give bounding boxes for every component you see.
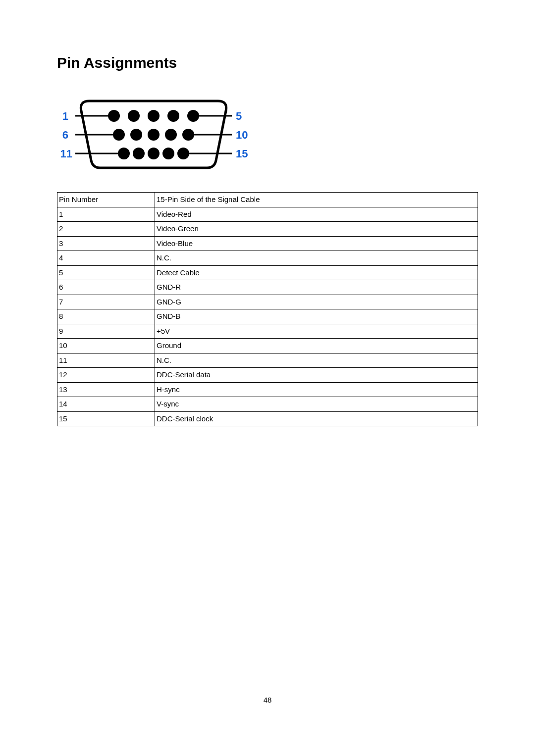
table-row: 6GND-R bbox=[57, 280, 478, 295]
svg-point-14 bbox=[177, 148, 189, 159]
cell-pin-num: 7 bbox=[57, 295, 155, 309]
svg-point-5 bbox=[113, 129, 125, 141]
cell-pin-desc: GND-B bbox=[155, 309, 478, 324]
table-row: 5Detect Cable bbox=[57, 265, 478, 280]
cell-pin-desc: GND-G bbox=[155, 295, 478, 309]
table-row: 7GND-G bbox=[57, 295, 478, 309]
cell-pin-desc: N.C. bbox=[155, 251, 478, 266]
cell-pin-desc: +5V bbox=[155, 324, 478, 339]
pin-label-10: 10 bbox=[236, 129, 248, 141]
pin-label-1: 1 bbox=[62, 110, 68, 122]
svg-point-7 bbox=[148, 129, 160, 141]
cell-pin-desc: GND-R bbox=[155, 280, 478, 295]
cell-pin-desc: Detect Cable bbox=[155, 265, 478, 280]
pin-assignment-table: Pin Number 15-Pin Side of the Signal Cab… bbox=[57, 192, 478, 426]
svg-point-0 bbox=[108, 110, 120, 122]
table-row: 14V-sync bbox=[57, 397, 478, 412]
svg-point-10 bbox=[118, 148, 130, 159]
pin-label-15: 15 bbox=[236, 148, 248, 160]
svg-point-13 bbox=[162, 148, 174, 159]
pin-label-5: 5 bbox=[236, 110, 242, 122]
cell-pin-num: 6 bbox=[57, 280, 155, 295]
table-row: 12DDC-Serial data bbox=[57, 368, 478, 383]
cell-pin-num: 12 bbox=[57, 368, 155, 383]
cell-pin-num: 5 bbox=[57, 265, 155, 280]
cell-pin-desc: Video-Blue bbox=[155, 236, 478, 251]
svg-point-8 bbox=[165, 129, 177, 141]
cell-pin-num: 15 bbox=[57, 411, 155, 426]
cell-pin-num: 11 bbox=[57, 353, 155, 368]
svg-point-12 bbox=[148, 148, 160, 159]
table-row: 3Video-Blue bbox=[57, 236, 478, 251]
page-number: 48 bbox=[0, 696, 535, 704]
cell-pin-num: 4 bbox=[57, 251, 155, 266]
table-row: 10Ground bbox=[57, 339, 478, 353]
header-pin-number: Pin Number bbox=[57, 193, 155, 207]
cell-pin-num: 3 bbox=[57, 236, 155, 251]
cell-pin-num: 1 bbox=[57, 207, 155, 222]
svg-point-2 bbox=[148, 110, 160, 122]
svg-point-11 bbox=[133, 148, 145, 159]
cell-pin-desc: H-sync bbox=[155, 382, 478, 397]
cell-pin-desc: Ground bbox=[155, 339, 478, 353]
table-row: 13H-sync bbox=[57, 382, 478, 397]
table-row: 9+5V bbox=[57, 324, 478, 339]
svg-point-9 bbox=[182, 129, 194, 141]
cell-pin-desc: DDC-Serial clock bbox=[155, 411, 478, 426]
cell-pin-desc: Video-Red bbox=[155, 207, 478, 222]
table-row: 8GND-B bbox=[57, 309, 478, 324]
cell-pin-num: 13 bbox=[57, 382, 155, 397]
cell-pin-desc: V-sync bbox=[155, 397, 478, 412]
cell-pin-desc: DDC-Serial data bbox=[155, 368, 478, 383]
cell-pin-num: 8 bbox=[57, 309, 155, 324]
svg-point-6 bbox=[130, 129, 142, 141]
page-title: Pin Assignments bbox=[57, 54, 478, 71]
table-row: 2Video-Green bbox=[57, 222, 478, 237]
table-row: 11N.C. bbox=[57, 353, 478, 368]
table-row: 1Video-Red bbox=[57, 207, 478, 222]
cell-pin-num: 9 bbox=[57, 324, 155, 339]
cell-pin-desc: N.C. bbox=[155, 353, 478, 368]
svg-point-3 bbox=[167, 110, 179, 122]
svg-point-1 bbox=[128, 110, 140, 122]
table-row: 4N.C. bbox=[57, 251, 478, 266]
cell-pin-num: 14 bbox=[57, 397, 155, 412]
table-header-row: Pin Number 15-Pin Side of the Signal Cab… bbox=[57, 193, 478, 207]
header-signal: 15-Pin Side of the Signal Cable bbox=[155, 193, 478, 207]
pin-label-6: 6 bbox=[62, 129, 68, 141]
pin-label-11: 11 bbox=[60, 148, 72, 160]
connector-diagram: 1 6 11 5 10 15 bbox=[59, 91, 478, 177]
cell-pin-num: 10 bbox=[57, 339, 155, 353]
cell-pin-desc: Video-Green bbox=[155, 222, 478, 237]
table-row: 15DDC-Serial clock bbox=[57, 411, 478, 426]
svg-point-4 bbox=[187, 110, 199, 122]
cell-pin-num: 2 bbox=[57, 222, 155, 237]
